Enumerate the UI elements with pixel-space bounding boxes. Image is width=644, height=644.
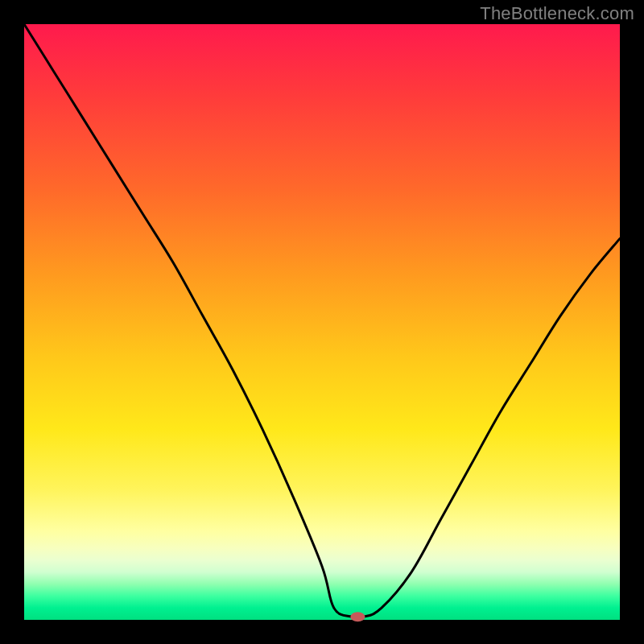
plot-area (24, 24, 620, 620)
chart-frame: TheBottleneck.com (0, 0, 644, 644)
watermark-text: TheBottleneck.com (480, 3, 634, 24)
curve-svg (24, 24, 620, 620)
minimum-marker (350, 612, 365, 621)
bottleneck-curve-path (24, 24, 620, 618)
